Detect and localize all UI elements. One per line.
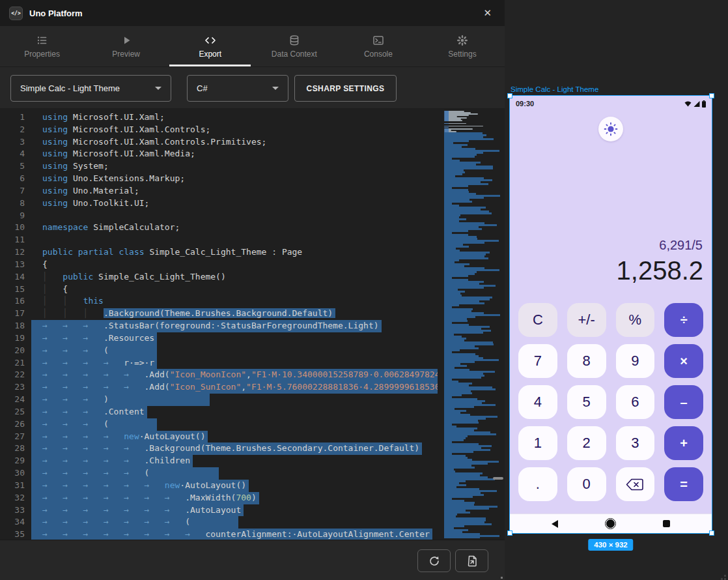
code-line-16[interactable]: 16│ │ this: [0, 295, 438, 308]
code-line-6[interactable]: 6using Uno.Extensions.Markup;: [0, 173, 438, 185]
key-divide[interactable]: ÷: [664, 303, 703, 337]
key-7[interactable]: 7: [518, 344, 557, 378]
tab-label: Console: [364, 50, 393, 59]
keypad: C+/-%÷789×456–123+.0 =: [518, 303, 703, 501]
code-line-23[interactable]: 23→ → → → → .Add("Icon_SunIcon","F1·M·5.…: [0, 381, 438, 394]
tab-label: Settings: [448, 50, 476, 59]
refresh-button[interactable]: [417, 549, 451, 572]
tab-preview[interactable]: Preview: [84, 26, 168, 66]
code-line-20[interactable]: 20→ → → (: [0, 345, 438, 357]
csharp-settings-button[interactable]: CSHARP SETTINGS: [294, 75, 397, 102]
code-line-25[interactable]: 25→ → → .Content: [0, 406, 438, 418]
code-line-11[interactable]: 11: [0, 234, 438, 246]
key-add[interactable]: +: [664, 426, 703, 460]
resize-grip-icon[interactable]: [501, 577, 503, 579]
key-4[interactable]: 4: [518, 385, 557, 419]
phone-statusbar: 09:30: [510, 96, 712, 110]
code-line-29[interactable]: 29→ → → → → .Children: [0, 455, 438, 467]
uno-logo-icon: </>: [9, 7, 23, 20]
code-line-27[interactable]: 27→ → → → new·AutoLayout(): [0, 431, 438, 443]
chevron-down-icon: [155, 87, 161, 90]
nav-back-icon[interactable]: [552, 520, 558, 528]
code-line-15[interactable]: 15│ {: [0, 283, 438, 296]
key-multiply[interactable]: ×: [664, 344, 703, 378]
code-line-3[interactable]: 3using Microsoft.UI.Xaml.Controls.Primit…: [0, 136, 438, 149]
key-2[interactable]: 2: [567, 426, 606, 460]
close-icon[interactable]: ✕: [479, 6, 496, 20]
signal-icon: [693, 101, 700, 107]
code-line-32[interactable]: 32→ → → → → → → .MaxWidth(700): [0, 492, 438, 504]
code-line-33[interactable]: 33→ → → → → → → .AutoLayout: [0, 504, 438, 517]
selection-handle-bottom-right[interactable]: [709, 530, 714, 536]
code-line-8[interactable]: 8using Uno.Toolkit.UI;: [0, 197, 438, 210]
code-line-1[interactable]: 1using Microsoft.UI.Xaml;: [0, 111, 438, 124]
export-file-button[interactable]: [455, 549, 488, 572]
android-navbar: [510, 514, 712, 533]
minimap[interactable]: [444, 109, 500, 538]
code-line-30[interactable]: 30→ → → → → (: [0, 467, 438, 480]
key-backspace[interactable]: [616, 467, 655, 501]
code-line-4[interactable]: 4using Microsoft.UI.Xaml.Media;: [0, 148, 438, 160]
code-line-13[interactable]: 13{: [0, 259, 438, 271]
tab-properties[interactable]: Properties: [0, 26, 84, 66]
code-line-9[interactable]: 9: [0, 210, 438, 222]
code-line-21[interactable]: 21→ → → → r·=>·r: [0, 357, 438, 370]
key-plus-minus[interactable]: +/-: [567, 303, 606, 337]
key-decimal[interactable]: .: [518, 467, 557, 501]
code-lines[interactable]: 1using Microsoft.UI.Xaml;2using Microsof…: [0, 111, 438, 540]
tab-console[interactable]: Console: [336, 26, 420, 66]
code-line-12[interactable]: 12public partial class Simple_Calc_Light…: [0, 246, 438, 259]
code-line-35[interactable]: 35→ → → → → → → → counterAlignment:·Auto…: [0, 529, 438, 540]
key-6[interactable]: 6: [616, 385, 655, 419]
tab-export[interactable]: Export: [168, 26, 252, 66]
code-line-19[interactable]: 19→ → → .Resources: [0, 332, 438, 345]
code-line-24[interactable]: 24→ → → ): [0, 394, 438, 406]
key-percent[interactable]: %: [616, 303, 655, 337]
tab-data-context[interactable]: Data Context: [252, 26, 336, 66]
database-icon: [288, 35, 300, 46]
code-line-22[interactable]: 22→ → → → → .Add("Icon_MoonIcon","F1·M·1…: [0, 369, 438, 381]
language-select[interactable]: C#: [187, 75, 288, 102]
theme-toggle-button[interactable]: [598, 117, 623, 141]
code-line-2[interactable]: 2using Microsoft.UI.Xaml.Controls;: [0, 124, 438, 136]
key-3[interactable]: 3: [616, 426, 655, 460]
tab-settings[interactable]: Settings: [420, 26, 504, 66]
code-line-31[interactable]: 31→ → → → → → new·AutoLayout(): [0, 480, 438, 492]
key-5[interactable]: 5: [567, 385, 606, 419]
key-9[interactable]: 9: [616, 344, 655, 378]
code-line-7[interactable]: 7using Uno.Material;: [0, 185, 438, 197]
panel-resize-handle[interactable]: [493, 477, 503, 480]
code-line-26[interactable]: 26→ → → (: [0, 418, 438, 431]
figma-canvas[interactable]: Simple Calc - Light Theme 09:30 6,2: [505, 0, 728, 580]
key-equals[interactable]: =: [664, 467, 703, 501]
code-editor[interactable]: 1using Microsoft.UI.Xaml;2using Microsof…: [0, 108, 505, 540]
code-line-18[interactable]: 18→ → → .StatusBar(foreground:·StatusBar…: [0, 320, 438, 332]
tabbar: Properties Preview Export: [0, 26, 505, 67]
code-line-10[interactable]: 10namespace SimpleCalculator;: [0, 222, 438, 234]
code-line-28[interactable]: 28→ → → → → .Background(Theme.Brushes.Se…: [0, 442, 438, 455]
code-line-14[interactable]: 14│ public Simple_Calc_Light_Theme(): [0, 271, 438, 283]
selection-handle-top-left[interactable]: [507, 93, 512, 98]
key-clear[interactable]: C: [518, 303, 557, 337]
window-resize-grip-icon[interactable]: [724, 575, 726, 577]
size-badge: 430 × 932: [588, 539, 633, 551]
chevron-down-icon: [272, 87, 279, 90]
code-line-34[interactable]: 34→ → → → → → → (: [0, 516, 438, 529]
key-1[interactable]: 1: [518, 426, 557, 460]
code-line-17[interactable]: 17│ │ │ .Background(Theme.Brushes.Backgr…: [0, 308, 438, 320]
phone-frame[interactable]: 09:30 6,291/5 1,258.2 C+/-%÷789×456–123+…: [510, 96, 712, 533]
key-8[interactable]: 8: [567, 344, 606, 378]
frame-label[interactable]: Simple Calc - Light Theme: [511, 85, 598, 93]
key-subtract[interactable]: –: [664, 385, 703, 419]
selection-handle-top-right[interactable]: [709, 93, 714, 98]
nav-recents-icon[interactable]: [663, 520, 670, 527]
refresh-icon: [428, 555, 441, 568]
export-controls: Simple Calc - Light Theme C# CSHARP SETT…: [0, 67, 505, 108]
language-select-value: C#: [197, 83, 208, 93]
selection-handle-bottom-left[interactable]: [507, 530, 512, 536]
code-line-5[interactable]: 5using System;: [0, 160, 438, 173]
nav-home-icon[interactable]: [606, 519, 615, 528]
project-select[interactable]: Simple Calc - Light Theme: [10, 75, 171, 102]
key-0[interactable]: 0: [567, 467, 606, 501]
calc-expression: 6,291/5: [659, 238, 703, 253]
